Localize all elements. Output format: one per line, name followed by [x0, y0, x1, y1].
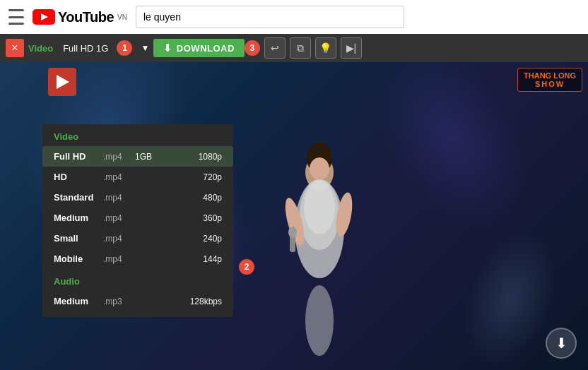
quality-res-small: 240p	[160, 234, 222, 244]
download-button[interactable]: ⬇ DOWNLOAD	[153, 39, 245, 57]
top-bar: YouTubeVN	[0, 0, 588, 34]
quality-option-hd[interactable]: HD .mp4 720p	[42, 167, 233, 187]
quality-name-mobile: Mobile	[54, 253, 103, 264]
channel-logo	[48, 68, 76, 96]
quality-res-medium: 360p	[160, 213, 222, 223]
quality-name-medium: Medium	[54, 213, 103, 223]
show-logo-line1: THANG LONG	[524, 71, 576, 80]
quality-selector[interactable]: Video Full HD 1G 1 ▼	[28, 40, 149, 56]
download-icon: ⬇	[163, 42, 172, 54]
vn-region: VN	[117, 13, 127, 21]
badge-1: 1	[117, 40, 132, 56]
quality-res-fullhd: 1080p	[160, 152, 222, 162]
svg-point-7	[310, 157, 329, 180]
svg-point-6	[310, 143, 329, 160]
toolbar: × Video Full HD 1G 1 ▼ ⬇ DOWNLOAD 3 ↩ ⧉ …	[0, 34, 588, 62]
badge-3: 3	[245, 40, 260, 56]
toolbar-icon-2[interactable]: ⧉	[290, 37, 311, 59]
toolbar-icon-3[interactable]: 💡	[315, 37, 336, 59]
quality-size-fullhd: 1GB	[135, 152, 160, 162]
quality-res-standard: 480p	[160, 193, 222, 203]
floating-download-button[interactable]: ⬇	[546, 328, 577, 359]
svg-point-11	[304, 181, 335, 234]
quality-format-standard: .mp4	[103, 193, 135, 203]
quality-name-hd: HD	[54, 172, 103, 182]
logo-area: YouTubeVN	[33, 9, 127, 25]
quality-name-fullhd: Full HD	[54, 151, 103, 162]
show-logo-line2: SHOW	[524, 80, 576, 88]
badge-2: 2	[239, 259, 254, 275]
quality-option-small[interactable]: Small .mp4 240p	[42, 228, 233, 249]
quality-value: Full HD 1G	[63, 43, 108, 54]
quality-label: Video	[28, 43, 53, 54]
toolbar-icon-4[interactable]: ▶|	[341, 37, 362, 59]
search-input[interactable]	[136, 6, 404, 28]
audio-res-medium: 128kbps	[160, 297, 222, 306]
youtube-title: YouTube	[58, 9, 114, 25]
dropdown-arrow-icon: ▼	[141, 43, 149, 53]
quality-option-standard[interactable]: Standard .mp4 480p	[42, 187, 233, 208]
youtube-logo-icon	[33, 9, 55, 25]
toolbar-icon-1[interactable]: ↩	[264, 37, 286, 59]
quality-format-fullhd: .mp4	[103, 152, 135, 162]
quality-option-fullhd[interactable]: Full HD .mp4 1GB 1080p	[42, 146, 233, 167]
video-section-label: Video	[42, 124, 233, 146]
video-area: THANG LONG SHOW ⬇ Video Full HD .mp4	[0, 62, 588, 370]
quality-option-medium[interactable]: Medium .mp4 360p	[42, 208, 233, 228]
download-label: DOWNLOAD	[177, 43, 235, 54]
quality-format-mobile: .mp4	[103, 254, 135, 264]
audio-section-label: Audio	[42, 269, 233, 291]
dropdown-menu: Video Full HD .mp4 1GB 1080p HD .mp4 720…	[42, 124, 233, 317]
quality-name-small: Small	[54, 233, 103, 244]
quality-format-hd: .mp4	[103, 172, 135, 182]
audio-option-medium[interactable]: Medium .mp3 128kbps	[42, 291, 233, 311]
hamburger-icon[interactable]	[8, 9, 24, 25]
quality-option-mobile[interactable]: Mobile .mp4 144p 2	[42, 249, 233, 269]
quality-res-mobile: 144p	[160, 254, 222, 264]
close-button[interactable]: ×	[6, 39, 24, 57]
svg-point-16	[305, 285, 334, 356]
quality-name-standard: Standard	[54, 192, 103, 203]
audio-name-medium: Medium	[54, 296, 103, 306]
svg-point-15	[288, 227, 297, 238]
quality-res-hd: 720p	[160, 172, 222, 182]
audio-format-medium: .mp3	[103, 297, 135, 306]
show-logo: THANG LONG SHOW	[517, 68, 582, 92]
quality-format-medium: .mp4	[103, 213, 135, 223]
quality-format-small: .mp4	[103, 234, 135, 244]
performer-silhouette	[256, 116, 383, 370]
